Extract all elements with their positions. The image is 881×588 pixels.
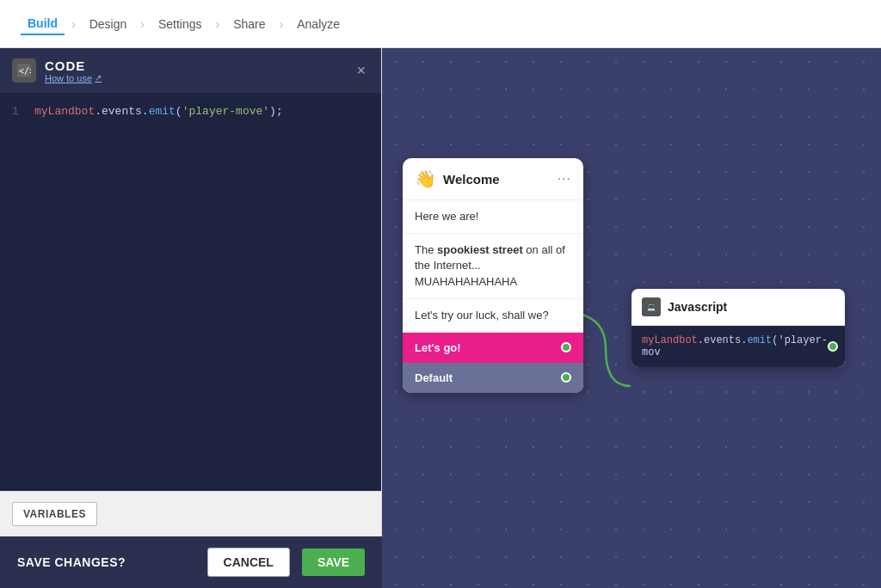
canvas-area[interactable]: 👋 Welcome ··· Here we are! The spookiest… [382, 48, 881, 588]
close-button[interactable]: × [353, 59, 369, 82]
variables-button[interactable]: VARIABLES [12, 502, 97, 526]
variables-area: VARIABLES [0, 491, 381, 536]
button-dot-2 [561, 372, 571, 383]
line-number: 1 [12, 105, 24, 118]
js-code: myLandbot.events.emit('player-mov [642, 334, 828, 358]
how-to-use-link[interactable]: How to use ↗ [45, 73, 102, 83]
lets-go-button[interactable]: Let's go! [403, 333, 583, 363]
message-1: Here we are! [403, 200, 583, 234]
button-dot-1 [561, 342, 571, 352]
default-button[interactable]: Default [403, 363, 583, 393]
message-3: Let's try our luck, shall we? [403, 299, 583, 333]
javascript-card: 💻 Javascript myLandbot.events.emit('play… [631, 289, 845, 367]
code-editor[interactable]: 1 myLandbot.events.emit('player-move'); [0, 93, 381, 491]
panel-title: CODE [45, 58, 102, 73]
svg-text:</>: </> [19, 66, 31, 76]
welcome-title: Welcome [443, 172, 551, 187]
welcome-emoji: 👋 [415, 168, 436, 189]
bottom-save-bar: SAVE CHANGES? CANCEL SAVE [0, 536, 382, 588]
nav-item-design[interactable]: Design [83, 14, 134, 34]
code-icon: </> [12, 58, 36, 83]
cancel-button[interactable]: CANCEL [207, 548, 290, 577]
js-card-title: Javascript [668, 300, 727, 314]
nav-sep-1: › [71, 17, 76, 31]
nav-item-analyze[interactable]: Analyze [290, 14, 347, 34]
nav-item-build[interactable]: Build [21, 13, 65, 35]
nav-sep-4: › [280, 17, 284, 31]
js-card-dot [828, 341, 838, 352]
save-button[interactable]: SAVE [302, 548, 365, 576]
message-2: The spookiest street on all of the Inter… [403, 234, 583, 299]
js-card-icon: 💻 [642, 297, 661, 316]
nav-sep-2: › [140, 17, 145, 31]
card-menu-button[interactable]: ··· [558, 171, 571, 187]
save-changes-label: SAVE CHANGES? [17, 555, 195, 569]
nav-item-settings[interactable]: Settings [151, 14, 209, 34]
external-link-icon: ↗ [95, 73, 102, 83]
welcome-card: 👋 Welcome ··· Here we are! The spookiest… [403, 158, 583, 393]
nav-item-share[interactable]: Share [226, 14, 272, 34]
code-content: myLandbot.events.emit('player-move'); [34, 105, 283, 118]
nav-sep-3: › [216, 17, 220, 31]
